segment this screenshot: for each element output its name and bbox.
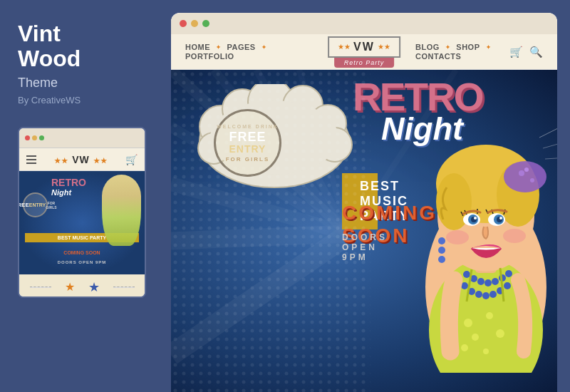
nav-shop: SHOP <box>456 43 480 51</box>
svg-point-35 <box>524 167 529 172</box>
theme-title: Vint Wood <box>18 21 153 71</box>
desktop-hero: WELCOME DRINK Free Entry FOR GIRLS RETRO… <box>171 70 557 392</box>
desktop-dot-yellow <box>191 20 198 27</box>
svg-point-24 <box>496 329 504 338</box>
nav-logo-box: ★★ VW ★★ <box>328 36 400 58</box>
svg-line-67 <box>545 158 557 159</box>
svg-point-21 <box>464 319 472 327</box>
mobile-dot-yellow <box>32 135 37 140</box>
mobile-preview: ★★ VW ★★ 🛒 FREE ENTRY FOR GIRLS RETRO Ni… <box>18 127 146 298</box>
theme-author: By CreativeWS <box>18 95 153 105</box>
mobile-retro-text: RETRO <box>51 177 102 188</box>
nav-home: HOME <box>185 43 210 51</box>
mobile-content: FREE ENTRY FOR GIRLS RETRO Night BEST MU… <box>19 171 145 274</box>
mobile-cart-icon: 🛒 <box>125 154 138 165</box>
right-panel: HOME ✦ PAGES ✦ PORTFOLIO ★★ VW ★★ Retro … <box>171 13 557 392</box>
svg-point-51 <box>477 278 484 285</box>
svg-point-62 <box>504 282 511 289</box>
nav-logo-stars-right: ★★ <box>378 43 390 51</box>
svg-point-55 <box>505 270 512 277</box>
nav-pages: PAGES <box>227 43 256 51</box>
svg-point-48 <box>438 256 445 263</box>
mobile-doors-text: DOORS OPEN 9PM <box>25 260 139 264</box>
hamburger-icon <box>26 155 36 164</box>
mobile-retro-block: RETRO Night <box>51 177 102 197</box>
svg-point-22 <box>486 312 493 319</box>
desktop-dot-green <box>202 20 209 27</box>
mobile-titlebar <box>19 128 145 148</box>
search-icon: 🔍 <box>529 46 544 58</box>
theme-subtitle: Theme <box>18 76 153 91</box>
mobile-night-text: Night <box>51 188 102 197</box>
desktop-dot-red <box>180 20 187 27</box>
svg-point-26 <box>483 349 489 354</box>
pop-art-girl <box>361 70 557 373</box>
svg-point-42 <box>474 217 477 220</box>
svg-point-49 <box>463 271 470 278</box>
mobile-nav: ★★ VW ★★ 🛒 <box>19 148 145 171</box>
svg-point-60 <box>489 291 497 298</box>
nav-utility-icons: 🛒 🔍 <box>509 46 543 58</box>
nav-left: HOME ✦ PAGES ✦ PORTFOLIO <box>185 43 266 61</box>
mobile-coming-soon: COMING SOON <box>25 250 139 255</box>
mobile-logo: ★★ VW ★★ <box>54 154 107 165</box>
nav-logo-stars-left: ★★ <box>338 43 351 51</box>
svg-point-52 <box>484 279 492 287</box>
svg-point-53 <box>492 278 499 285</box>
svg-point-47 <box>438 247 445 254</box>
svg-point-32 <box>504 161 546 192</box>
svg-point-33 <box>519 170 524 176</box>
nav-right: BLOG ✦ SHOP ✦ CONTACTS 🛒 🔍 <box>415 43 543 61</box>
mobile-dot-red <box>25 135 30 140</box>
svg-point-59 <box>482 292 489 299</box>
svg-line-66 <box>543 141 557 148</box>
svg-point-46 <box>438 237 445 244</box>
mobile-footer: ★ ★ <box>19 274 145 298</box>
nav-contacts: CONTACTS <box>415 52 461 61</box>
svg-point-44 <box>446 230 469 244</box>
mobile-girl-silhouette <box>102 175 141 246</box>
nav-portfolio: PORTFOLIO <box>185 52 234 61</box>
svg-point-34 <box>530 178 534 182</box>
nav-center-logo: ★★ VW ★★ Retro Party <box>328 36 400 68</box>
left-panel: Vint Wood Theme By CreativeWS ★★ VW ★★ 🛒 <box>0 0 171 392</box>
mobile-window-dots <box>25 135 44 140</box>
svg-point-25 <box>461 344 468 351</box>
svg-point-45 <box>503 229 526 243</box>
mobile-footer-line <box>30 287 51 288</box>
svg-point-58 <box>475 291 482 298</box>
halftone-dots <box>171 70 370 392</box>
svg-rect-69 <box>171 70 370 392</box>
desktop-nav: HOME ✦ PAGES ✦ PORTFOLIO ★★ VW ★★ Retro … <box>171 34 557 70</box>
mobile-star-blue: ★ <box>88 279 100 295</box>
svg-line-65 <box>539 123 557 138</box>
svg-point-43 <box>499 217 502 220</box>
mobile-dot-green <box>39 135 44 140</box>
nav-logo-text: VW <box>353 41 375 53</box>
mobile-star-1: ★ <box>65 280 75 294</box>
svg-point-23 <box>472 334 479 341</box>
cart-icon: 🛒 <box>509 46 524 58</box>
nav-tagline: Retro Party <box>334 58 395 68</box>
nav-blog: BLOG <box>415 43 440 51</box>
mobile-footer-line-2 <box>113 287 135 288</box>
desktop-titlebar <box>171 13 557 34</box>
